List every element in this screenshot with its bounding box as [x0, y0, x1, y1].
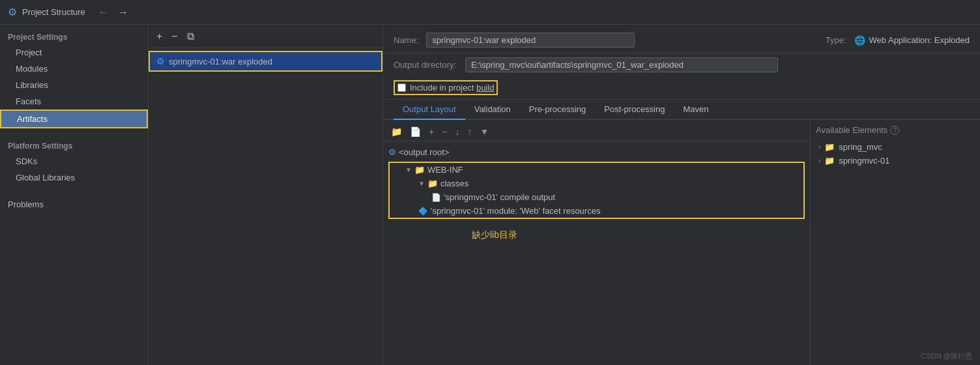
- sidebar-item-sdks[interactable]: SDKs: [0, 153, 148, 169]
- artifact-panel: + − ⧉ ⚙ springmvc-01:war exploded: [149, 25, 383, 365]
- artifact-item[interactable]: ⚙ springmvc-01:war exploded: [149, 51, 382, 72]
- springmvc-01-label: springmvc-01: [839, 156, 889, 166]
- tab-maven[interactable]: Maven: [674, 100, 717, 120]
- nav-buttons: ← →: [96, 5, 131, 20]
- name-label: Name:: [394, 35, 418, 45]
- available-label: Available Elements: [816, 125, 887, 135]
- name-field: Name:: [394, 33, 635, 48]
- tree-webinf[interactable]: ▼ 📁 WEB-INF: [390, 163, 803, 177]
- tab-validation[interactable]: Validation: [465, 100, 520, 120]
- include-checkbox[interactable]: [397, 83, 406, 92]
- platform-settings-label: Platform Settings: [0, 136, 148, 153]
- tree-highlighted-box: ▼ 📁 WEB-INF ▼ 📁 classes 📄 'springmvc-01'…: [388, 162, 805, 219]
- folder-spring-mvc-icon: 📁: [824, 142, 835, 152]
- artifact-name: springmvc-01:war exploded: [169, 57, 272, 66]
- tab-output-layout[interactable]: Output Layout: [394, 100, 465, 120]
- remove-artifact-button[interactable]: −: [169, 29, 180, 44]
- annotation-text: 缺少lib目录: [461, 224, 810, 246]
- webinf-label: WEB-INF: [427, 165, 463, 175]
- watermark: CSDN @陈行恩: [921, 351, 972, 361]
- type-value: 🌐 Web Application: Exploded: [854, 35, 970, 46]
- chevron-classes: ▼: [418, 180, 425, 187]
- title-bar: ⚙ Project Structure ← →: [0, 0, 980, 25]
- sidebar-item-project[interactable]: Project: [0, 44, 148, 61]
- copy-artifact-button[interactable]: ⧉: [184, 29, 197, 44]
- sidebar-item-modules[interactable]: Modules: [0, 61, 148, 77]
- file-resources-icon: 🔷: [418, 207, 428, 216]
- file-compile-icon: 📄: [431, 193, 441, 202]
- include-label-build: build: [476, 83, 494, 93]
- chevron-spring-mvc: ›: [818, 143, 820, 151]
- back-button[interactable]: ←: [96, 5, 111, 20]
- tree-panel: 📁 📄 + − ↓ ↑ ▼ ⚙ <output root>: [383, 120, 811, 365]
- app-icon: ⚙: [8, 6, 17, 18]
- tree-up-btn[interactable]: ↑: [465, 125, 474, 138]
- type-text: Web Application: Exploded: [869, 35, 970, 45]
- content-panel: Name: Type: 🌐 Web Application: Exploded …: [383, 25, 980, 365]
- folder-springmvc-01-icon: 📁: [824, 156, 835, 166]
- name-input[interactable]: [426, 33, 635, 48]
- tree-compile-output[interactable]: 📄 'springmvc-01' compile output: [390, 190, 803, 204]
- tab-post-processing[interactable]: Post-processing: [595, 100, 674, 120]
- artifact-toolbar: + − ⧉: [149, 25, 382, 48]
- tree-toolbar: 📁 📄 + − ↓ ↑ ▼: [383, 123, 810, 141]
- chevron-springmvc-01: ›: [818, 157, 820, 164]
- project-settings-label: Project Settings: [0, 27, 148, 44]
- tree-file-btn[interactable]: 📄: [407, 125, 424, 138]
- tree-folder-btn[interactable]: 📁: [388, 125, 405, 138]
- add-artifact-button[interactable]: +: [154, 29, 165, 44]
- folder-webinf-icon: 📁: [414, 165, 425, 175]
- avail-item-spring-mvc[interactable]: › 📁 spring_mvc: [816, 140, 975, 154]
- tree-more-btn[interactable]: ▼: [477, 125, 491, 138]
- output-dir-row: Output directory:: [383, 53, 980, 76]
- tree-down-btn[interactable]: ↓: [452, 125, 462, 138]
- tabs-row: Output Layout Validation Pre-processing …: [383, 100, 980, 120]
- output-dir-input[interactable]: [465, 57, 778, 72]
- tab-pre-processing[interactable]: Pre-processing: [520, 100, 595, 120]
- tree-add-btn[interactable]: +: [426, 125, 437, 138]
- available-panel: Available Elements ? › 📁 spring_mvc › 📁 …: [811, 120, 980, 365]
- type-field: Type: 🌐 Web Application: Exploded: [826, 35, 970, 46]
- artifact-list: ⚙ springmvc-01:war exploded: [149, 48, 382, 365]
- tree-module-resources[interactable]: 🔷 'springmvc-01' module: 'Web' facet res…: [390, 204, 803, 218]
- sidebar-item-artifacts[interactable]: Artifacts: [0, 110, 148, 128]
- include-label: Include in project build: [410, 83, 494, 93]
- tree-content: ⚙ <output root> ▼ 📁 WEB-INF ▼ 📁: [383, 141, 810, 250]
- folder-classes-icon: 📁: [427, 179, 438, 188]
- avail-item-springmvc-01[interactable]: › 📁 springmvc-01: [816, 154, 975, 168]
- sidebar-item-problems[interactable]: Problems: [0, 196, 148, 212]
- type-icon: 🌐: [854, 35, 865, 46]
- tree-classes[interactable]: ▼ 📁 classes: [390, 177, 803, 190]
- tree-output-root[interactable]: ⚙ <output root>: [383, 145, 810, 159]
- include-row: Include in project build: [383, 76, 980, 100]
- compile-output-label: 'springmvc-01' compile output: [444, 192, 555, 202]
- include-checkbox-container: Include in project build: [394, 80, 498, 95]
- available-title: Available Elements ?: [816, 125, 975, 135]
- name-type-row: Name: Type: 🌐 Web Application: Exploded: [383, 25, 980, 53]
- output-root-icon: ⚙: [388, 147, 396, 157]
- sidebar: Project Settings Project Modules Librari…: [0, 25, 149, 365]
- window-title: Project Structure: [22, 7, 85, 17]
- output-root-label: <output root>: [399, 147, 449, 157]
- chevron-webinf: ▼: [405, 166, 412, 173]
- artifact-icon: ⚙: [156, 56, 165, 66]
- output-dir-label: Output directory:: [394, 60, 456, 70]
- spring-mvc-label: spring_mvc: [839, 142, 882, 152]
- sidebar-item-global-libraries[interactable]: Global Libraries: [0, 169, 148, 186]
- tree-remove-btn[interactable]: −: [439, 125, 450, 138]
- sidebar-item-libraries[interactable]: Libraries: [0, 77, 148, 93]
- type-label: Type:: [826, 35, 846, 45]
- sidebar-item-facets[interactable]: Facets: [0, 93, 148, 110]
- module-resources-label: 'springmvc-01' module: 'Web' facet resou…: [431, 206, 600, 216]
- output-layout-area: 📁 📄 + − ↓ ↑ ▼ ⚙ <output root>: [383, 120, 980, 365]
- forward-button[interactable]: →: [115, 5, 131, 20]
- help-icon: ?: [890, 126, 899, 135]
- main-layout: Project Settings Project Modules Librari…: [0, 25, 980, 365]
- classes-label: classes: [440, 179, 468, 188]
